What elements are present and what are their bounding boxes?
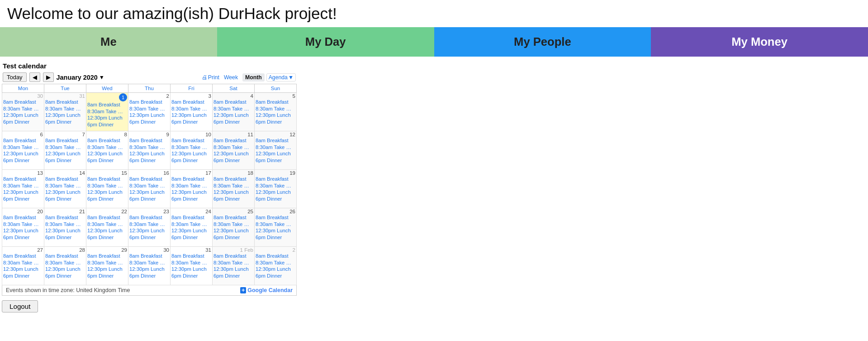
calendar-day-cell[interactable]: 1 Feb8am Breakfast8:30am Take medicati12… bbox=[213, 247, 255, 285]
calendar-event[interactable]: 8am Breakfast bbox=[171, 176, 211, 183]
calendar-event[interactable]: 8am Breakfast bbox=[256, 214, 295, 221]
calendar-event[interactable]: 12:30pm Lunch bbox=[129, 189, 169, 196]
calendar-event[interactable]: 8am Breakfast bbox=[3, 99, 43, 106]
calendar-event[interactable]: 8:30am Take medicati bbox=[256, 221, 295, 228]
calendar-day-cell[interactable]: 198am Breakfast8:30am Take medicati12:30… bbox=[255, 170, 297, 208]
calendar-event[interactable]: 12:30pm Lunch bbox=[45, 112, 85, 119]
calendar-event[interactable]: 6pm Dinner bbox=[45, 234, 85, 241]
calendar-event[interactable]: 8:30am Take medicati bbox=[256, 144, 295, 151]
calendar-day-cell[interactable]: 238am Breakfast8:30am Take medicati12:30… bbox=[128, 208, 171, 247]
calendar-event[interactable]: 12:30pm Lunch bbox=[171, 266, 211, 273]
calendar-event[interactable]: 8:30am Take medicati bbox=[87, 221, 127, 228]
calendar-event[interactable]: 8:30am Take medicati bbox=[213, 221, 253, 228]
calendar-event[interactable]: 8:30am Take medicati bbox=[3, 144, 43, 151]
calendar-event[interactable]: 8am Breakfast bbox=[213, 99, 253, 106]
calendar-event[interactable]: 12:30pm Lunch bbox=[45, 189, 85, 196]
calendar-event[interactable]: 8:30am Take medicati bbox=[256, 106, 295, 112]
calendar-event[interactable]: 12:30pm Lunch bbox=[87, 266, 127, 273]
calendar-day-cell[interactable]: 18am Breakfast8:30am Take medicati12:30p… bbox=[86, 93, 128, 131]
calendar-day-cell[interactable]: 58am Breakfast8:30am Take medicati12:30p… bbox=[255, 93, 297, 131]
calendar-event[interactable]: 8am Breakfast bbox=[3, 176, 43, 183]
calendar-event[interactable]: 8am Breakfast bbox=[256, 99, 295, 106]
calendar-event[interactable]: 6pm Dinner bbox=[256, 119, 295, 125]
calendar-event[interactable]: 8:30am Take medicati bbox=[256, 259, 295, 266]
calendar-day-cell[interactable]: 68am Breakfast8:30am Take medicati12:30p… bbox=[2, 131, 44, 170]
calendar-day-cell[interactable]: 278am Breakfast8:30am Take medicati12:30… bbox=[2, 247, 44, 285]
calendar-event[interactable]: 12:30pm Lunch bbox=[171, 150, 211, 157]
calendar-event[interactable]: 8am Breakfast bbox=[3, 137, 43, 144]
month-dropdown-icon[interactable]: ▼ bbox=[99, 74, 104, 81]
calendar-event[interactable]: 8am Breakfast bbox=[256, 176, 295, 183]
gcal-badge[interactable]: + Google Calendar bbox=[240, 287, 293, 293]
calendar-day-cell[interactable]: 138am Breakfast8:30am Take medicati12:30… bbox=[2, 170, 44, 208]
calendar-event[interactable]: 8am Breakfast bbox=[87, 176, 127, 183]
calendar-event[interactable]: 8:30am Take medicati bbox=[3, 221, 43, 228]
calendar-event[interactable]: 12:30pm Lunch bbox=[171, 189, 211, 196]
calendar-event[interactable]: 8:30am Take medicati bbox=[129, 144, 169, 151]
next-month-button[interactable]: ▶ bbox=[43, 72, 54, 82]
calendar-event[interactable]: 6pm Dinner bbox=[129, 119, 169, 125]
calendar-event[interactable]: 8am Breakfast bbox=[171, 137, 211, 144]
calendar-event[interactable]: 6pm Dinner bbox=[256, 234, 295, 241]
calendar-day-cell[interactable]: 318am Breakfast8:30am Take medicati12:30… bbox=[171, 247, 213, 285]
calendar-event[interactable]: 12:30pm Lunch bbox=[45, 227, 85, 234]
calendar-event[interactable]: 12:30pm Lunch bbox=[87, 227, 127, 234]
calendar-day-cell[interactable]: 158am Breakfast8:30am Take medicati12:30… bbox=[86, 170, 128, 208]
calendar-event[interactable]: 8am Breakfast bbox=[45, 253, 85, 259]
calendar-event[interactable]: 6pm Dinner bbox=[129, 196, 169, 202]
nav-mymoney[interactable]: My Money bbox=[651, 27, 868, 57]
calendar-event[interactable]: 8am Breakfast bbox=[129, 137, 169, 144]
calendar-event[interactable]: 6pm Dinner bbox=[171, 119, 211, 125]
calendar-event[interactable]: 8:30am Take medicati bbox=[129, 259, 169, 266]
calendar-event[interactable]: 12:30pm Lunch bbox=[256, 189, 295, 196]
calendar-event[interactable]: 6pm Dinner bbox=[256, 157, 295, 164]
calendar-day-cell[interactable]: 98am Breakfast8:30am Take medicati12:30p… bbox=[128, 131, 171, 170]
calendar-event[interactable]: 6pm Dinner bbox=[213, 196, 253, 202]
calendar-event[interactable]: 8:30am Take medicati bbox=[129, 221, 169, 228]
today-button[interactable]: Today bbox=[3, 72, 27, 82]
calendar-event[interactable]: 6pm Dinner bbox=[129, 273, 169, 279]
calendar-event[interactable]: 12:30pm Lunch bbox=[213, 227, 253, 234]
calendar-event[interactable]: 12:30pm Lunch bbox=[256, 227, 295, 234]
calendar-event[interactable]: 12:30pm Lunch bbox=[3, 227, 43, 234]
calendar-event[interactable]: 12:30pm Lunch bbox=[3, 112, 43, 119]
calendar-event[interactable]: 8:30am Take medicati bbox=[171, 221, 211, 228]
calendar-event[interactable]: 12:30pm Lunch bbox=[129, 112, 169, 119]
calendar-event[interactable]: 12:30pm Lunch bbox=[256, 112, 295, 119]
calendar-event[interactable]: 6pm Dinner bbox=[45, 196, 85, 202]
calendar-event[interactable]: 12:30pm Lunch bbox=[171, 112, 211, 119]
calendar-event[interactable]: 8:30am Take medicati bbox=[87, 144, 127, 151]
calendar-event[interactable]: 8am Breakfast bbox=[129, 214, 169, 221]
calendar-event[interactable]: 8am Breakfast bbox=[45, 137, 85, 144]
calendar-event[interactable]: 8:30am Take medicati bbox=[256, 183, 295, 189]
calendar-event[interactable]: 6pm Dinner bbox=[3, 157, 43, 164]
calendar-event[interactable]: 12:30pm Lunch bbox=[87, 115, 127, 121]
calendar-event[interactable]: 8am Breakfast bbox=[3, 253, 43, 259]
calendar-day-cell[interactable]: 88am Breakfast8:30am Take medicati12:30p… bbox=[86, 131, 128, 170]
calendar-event[interactable]: 6pm Dinner bbox=[213, 119, 253, 125]
calendar-event[interactable]: 6pm Dinner bbox=[45, 119, 85, 125]
calendar-day-cell[interactable]: 268am Breakfast8:30am Take medicati12:30… bbox=[255, 208, 297, 247]
calendar-event[interactable]: 6pm Dinner bbox=[3, 273, 43, 279]
calendar-event[interactable]: 8:30am Take medicati bbox=[3, 259, 43, 266]
calendar-event[interactable]: 12:30pm Lunch bbox=[213, 150, 253, 157]
calendar-event[interactable]: 8am Breakfast bbox=[213, 176, 253, 183]
calendar-day-cell[interactable]: 48am Breakfast8:30am Take medicati12:30p… bbox=[213, 93, 255, 131]
calendar-event[interactable]: 8:30am Take medicati bbox=[87, 259, 127, 266]
calendar-event[interactable]: 8am Breakfast bbox=[256, 137, 295, 144]
nav-myday[interactable]: My Day bbox=[217, 27, 434, 57]
calendar-event[interactable]: 8am Breakfast bbox=[171, 253, 211, 259]
calendar-event[interactable]: 8am Breakfast bbox=[171, 214, 211, 221]
calendar-day-cell[interactable]: 288am Breakfast8:30am Take medicati12:30… bbox=[44, 247, 86, 285]
calendar-day-cell[interactable]: 28am Breakfast8:30am Take medicati12:30p… bbox=[255, 247, 297, 285]
calendar-day-cell[interactable]: 228am Breakfast8:30am Take medicati12:30… bbox=[86, 208, 128, 247]
calendar-event[interactable]: 12:30pm Lunch bbox=[129, 266, 169, 273]
calendar-event[interactable]: 6pm Dinner bbox=[171, 273, 211, 279]
calendar-day-cell[interactable]: 258am Breakfast8:30am Take medicati12:30… bbox=[213, 208, 255, 247]
calendar-event[interactable]: 8am Breakfast bbox=[213, 214, 253, 221]
calendar-event[interactable]: 6pm Dinner bbox=[87, 234, 127, 241]
print-button[interactable]: 🖨 Print bbox=[202, 74, 219, 81]
calendar-day-cell[interactable]: 108am Breakfast8:30am Take medicati12:30… bbox=[171, 131, 213, 170]
calendar-event[interactable]: 12:30pm Lunch bbox=[3, 266, 43, 273]
calendar-day-cell[interactable]: 298am Breakfast8:30am Take medicati12:30… bbox=[86, 247, 128, 285]
